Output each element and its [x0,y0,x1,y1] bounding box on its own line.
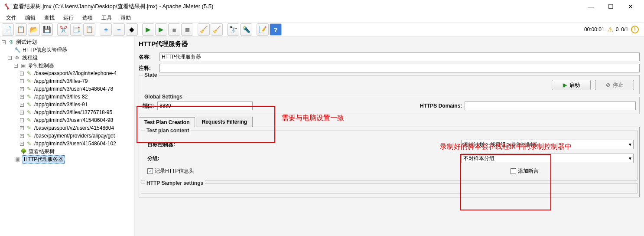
start-no-timers-icon[interactable]: ▶ [155,23,167,36]
paste-icon[interactable]: 📋 [83,23,95,36]
test-plan-content-fieldset: Test plan content 目标控制器: 测试计划 > 线程组 > 录制… [141,131,637,180]
test-plan-tree[interactable]: −⚗测试计划 🔧HTTP信息头管理器 −⚙线程组 −▣录制控制器 +✎/base… [0,36,134,236]
tree-sampler[interactable]: +✎/base/passport/v2/users/41548604 [0,124,134,132]
tree-sampler[interactable]: +✎/app/gitmind/v3/files-91 [0,101,134,108]
menu-tools[interactable]: 工具 [98,13,115,23]
annotation-text-1: 需要与电脑设置一致 [282,114,344,123]
minimize-button[interactable]: — [581,0,601,13]
tree-sampler[interactable]: +✎/app/gitmind/v3/files-82 [0,93,134,101]
tree-sampler[interactable]: +✎/base/passport/v2/login/telephone-4 [0,69,134,77]
port-label: 端口: [143,102,155,110]
tree-recorder[interactable]: −▣录制控制器 [0,62,134,69]
cut-icon[interactable]: ✂️ [57,23,69,36]
global-legend: Global Settings [143,94,184,100]
title-bar: 查看结果树.jmx (C:\Users\Janny\Desktop\查看结果树.… [0,0,644,13]
save-icon[interactable]: 💾 [41,23,53,36]
record-headers-label: 记录HTTP信息头 [155,167,194,175]
tree-thread-group[interactable]: −⚙线程组 [0,54,134,62]
comment-label: 注释: [139,65,157,72]
tree-sampler[interactable]: +✎/app/gitmind/v3/files/13776718-95 [0,108,134,116]
panel-heading: HTTP代理服务器 [139,40,640,48]
copy-icon[interactable]: 📑 [70,23,82,36]
menu-run[interactable]: 运行 [60,13,77,23]
start-button[interactable]: ▶启动 [552,80,591,90]
warning-triangle-icon[interactable]: ⚠ [607,26,613,34]
minus-icon[interactable]: － [113,23,125,36]
sampler-legend: HTTP Sampler settings [145,180,205,186]
thread-count: 0/1 [621,26,628,33]
toolbar: 📄 📋 📂 💾 ✂️ 📑 📋 ＋ － ◆ ▶ ▶ ■ ⏹ 🧹 🧹 🔭 🔦 📝 ?… [0,23,644,36]
tab-bar: Test Plan Creation Requests Filtering [139,117,640,127]
tree-sampler[interactable]: +✎/app/gitmind/v3/user/41548604-78 [0,85,134,93]
toggle-icon[interactable]: ◆ [126,23,138,36]
jmeter-icon [3,3,10,10]
chevron-down-icon: ▾ [629,141,631,148]
target-controller-label: 目标控制器: [145,141,457,148]
grouping-combo[interactable]: 不对样本分组▾ [461,154,634,163]
open-icon[interactable]: 📂 [28,23,40,36]
maximize-button[interactable]: ☐ [601,0,621,13]
config-panel: HTTP代理服务器 名称: 注释: State ▶启动 ⊘停止 Global S… [134,36,644,236]
add-assertion-label: 添加断言 [518,167,539,175]
record-headers-checkbox[interactable]: ✓ [147,168,153,174]
menu-help[interactable]: 帮助 [117,13,134,23]
stop-button[interactable]: ⊘停止 [595,80,634,90]
window-title: 查看结果树.jmx (C:\Users\Janny\Desktop\查看结果树.… [13,3,581,10]
warning-circle-icon[interactable]: ! [631,26,639,33]
menu-bar: 文件 编辑 查找 运行 选项 工具 帮助 [0,13,644,23]
search-icon[interactable]: 🔭 [227,23,239,36]
menu-search[interactable]: 查找 [41,13,58,23]
tab-content: Test plan content 目标控制器: 测试计划 > 线程组 > 录制… [139,127,640,197]
error-count: 0 [616,26,619,33]
name-field[interactable] [159,52,640,61]
start-icon[interactable]: ▶ [142,23,154,36]
tab-requests-filtering[interactable]: Requests Filtering [196,117,253,127]
close-button[interactable]: ✕ [621,0,641,13]
port-field[interactable] [157,102,253,110]
tree-root[interactable]: −⚗测试计划 [0,38,134,46]
shutdown-icon[interactable]: ⏹ [181,23,193,36]
tree-http-proxy[interactable]: ▣HTTP代理服务器 [0,155,134,163]
tree-view-results[interactable]: 🌳查看结果树 [0,148,134,155]
menu-file[interactable]: 文件 [3,13,20,23]
tree-header-manager[interactable]: 🔧HTTP信息头管理器 [0,46,134,54]
grouping-label: 分组: [145,155,457,162]
comment-field[interactable] [159,64,640,72]
tree-sampler[interactable]: +✎/app/gitmind/v3/user/41548604-98 [0,116,134,124]
https-domains-field[interactable] [465,102,636,110]
http-sampler-settings-fieldset: HTTP Sampler settings [141,183,637,193]
templates-icon[interactable]: 📋 [15,23,27,36]
stop-icon[interactable]: ■ [168,23,180,36]
help-icon[interactable]: ? [270,23,282,36]
chevron-down-icon: ▾ [629,155,631,161]
tree-sampler[interactable]: +✎/app/gitmind/v3/user/41548604-102 [0,140,134,148]
name-label: 名称: [139,53,157,61]
elapsed-time: 00:00:01 [584,26,605,33]
annotation-text-2: 录制好的脚本会在线程组中的录制控制器中 [440,142,572,151]
https-domains-label: HTTPS Domains: [420,103,462,109]
new-icon[interactable]: 📄 [2,23,14,36]
global-settings-fieldset: Global Settings 端口: HTTPS Domains: [139,97,640,114]
reset-search-icon[interactable]: 🔦 [240,23,252,36]
tp-legend: Test plan content [145,128,191,134]
clear-icon[interactable]: 🧹 [198,23,210,36]
state-fieldset: State ▶启动 ⊘停止 [139,75,640,94]
tab-test-plan-creation[interactable]: Test Plan Creation [139,117,195,127]
tree-sampler[interactable]: +✎/app/gitmind/v3/files-79 [0,77,134,85]
menu-edit[interactable]: 编辑 [22,13,39,23]
plus-icon[interactable]: ＋ [100,23,112,36]
clear-all-icon[interactable]: 🧹 [211,23,223,36]
state-legend: State [143,72,159,78]
add-assertion-checkbox[interactable] [511,168,516,174]
function-helper-icon[interactable]: 📝 [257,23,269,36]
tree-sampler[interactable]: +✎/base/payment/providers/alipay/get [0,132,134,140]
menu-options[interactable]: 选项 [79,13,96,23]
